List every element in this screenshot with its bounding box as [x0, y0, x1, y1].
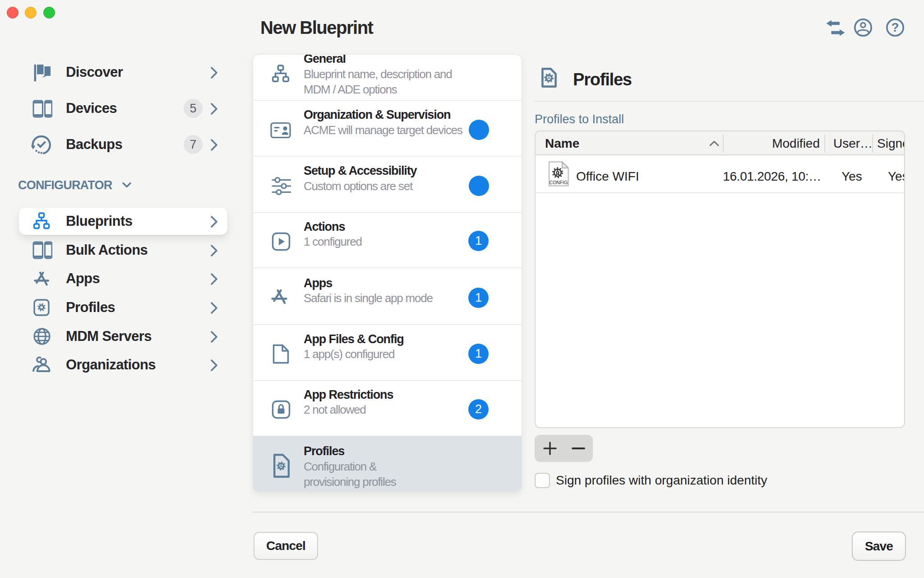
svg-text:?: ? — [891, 20, 899, 34]
svg-text:CONFIG: CONFIG — [550, 180, 568, 185]
